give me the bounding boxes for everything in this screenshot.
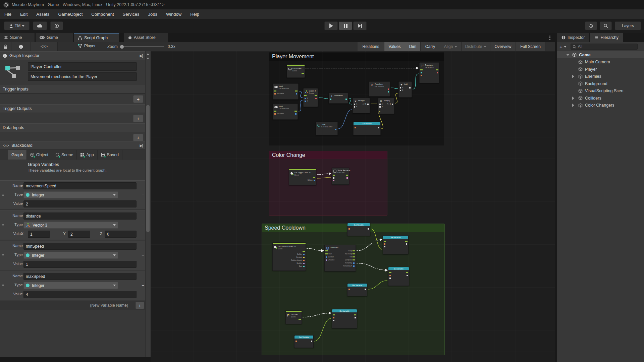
tab-script-graph[interactable]: Script Graph	[74, 33, 119, 42]
vector-x-input[interactable]: 1	[28, 231, 50, 238]
graph-node-get-variable[interactable]: Get Variable	[347, 283, 367, 296]
output-port[interactable]	[368, 228, 369, 230]
output-port[interactable]	[407, 275, 408, 276]
zoom-slider[interactable]	[121, 46, 164, 47]
input-port[interactable]	[333, 317, 334, 318]
graph-node-set-variable[interactable]: Set Variable	[383, 235, 409, 254]
menu-gameobject[interactable]: GameObject	[54, 9, 87, 19]
foldout-icon[interactable]	[572, 75, 574, 78]
hierarchy-item-main-camera[interactable]: Main Camera	[557, 59, 644, 66]
script-graph-canvas[interactable]: Player MovementColor ChangeSpeed Cooldow…	[151, 51, 555, 362]
variable-value-input[interactable]: 2	[23, 200, 137, 207]
scrollbar-thumb[interactable]	[146, 105, 150, 232]
graph-node-vector-3[interactable]: Vector 3CreateXY	[303, 88, 318, 107]
tab-saved[interactable]: Saved	[98, 150, 122, 160]
output-port[interactable]	[405, 241, 408, 242]
graph-node-on-update[interactable]: On UpdateEvent	[287, 64, 305, 78]
input-port[interactable]	[333, 175, 335, 176]
graph-node-on-trigger-enter-2d[interactable]: On Trigger Enter 2DEventCollider	[289, 169, 316, 185]
input-port[interactable]	[274, 93, 276, 95]
create-object-dropdown[interactable]: +	[559, 44, 567, 50]
graph-node-normalize[interactable]: 1Normalize	[329, 93, 348, 104]
output-port[interactable]	[302, 73, 304, 74]
graph-inspector-header[interactable]: Graph Inspector ▶]	[0, 51, 145, 60]
graph-toolbar-full-screen[interactable]: Full Screen	[516, 42, 545, 51]
output-port[interactable]	[355, 317, 356, 318]
menu-file[interactable]: File	[0, 9, 16, 19]
input-port[interactable]	[330, 99, 331, 100]
output-port[interactable]	[335, 129, 336, 130]
input-port[interactable]	[274, 113, 276, 115]
hierarchy-item-color-changers[interactable]: Color Changers	[557, 102, 644, 109]
graph-toolbar-distribute[interactable]: Distribute	[462, 42, 490, 51]
menu-assets[interactable]: Assets	[32, 9, 54, 19]
input-port[interactable]	[326, 259, 327, 261]
pause-button[interactable]	[339, 21, 352, 30]
hierarchy-item-visualscripting-scen[interactable]: VisualScripting Scen	[557, 87, 644, 95]
input-port[interactable]	[389, 275, 391, 276]
dock-icon[interactable]: ▶]	[140, 143, 142, 148]
input-port[interactable]	[333, 177, 334, 179]
graph-description-input[interactable]: Movement mechanics for the Player	[28, 72, 137, 81]
left-panel-scrollbar[interactable]	[145, 51, 150, 357]
vector-y-input[interactable]: 2	[68, 231, 90, 238]
input-port[interactable]	[384, 241, 386, 242]
graph-breadcrumb[interactable]: Player	[78, 44, 96, 48]
graph-toolbar-dim[interactable]: Dim	[405, 42, 421, 51]
search-button[interactable]	[600, 21, 612, 30]
graph-node-multiply[interactable]: ×MultiplyABA × B	[353, 98, 370, 113]
output-port[interactable]	[388, 91, 389, 93]
graph-node-time[interactable]: TimeGet Delta Time	[316, 122, 338, 135]
output-port[interactable]	[354, 314, 356, 315]
variable-type-dropdown[interactable]: Integer	[23, 282, 118, 289]
graph-node-get-variable[interactable]: Get Variable	[294, 335, 314, 348]
input-port[interactable]	[274, 90, 276, 92]
tab-scene[interactable]: Scene	[52, 150, 77, 160]
menu-edit[interactable]: Edit	[16, 9, 32, 19]
input-port[interactable]	[274, 111, 276, 112]
output-port[interactable]	[345, 99, 347, 100]
output-port[interactable]	[378, 127, 379, 128]
menu-component[interactable]: Component	[87, 9, 118, 19]
menu-services[interactable]: Services	[118, 9, 144, 19]
output-port[interactable]	[295, 90, 298, 92]
foldout-icon[interactable]	[572, 97, 574, 100]
graph-inspector-toggle[interactable]	[11, 42, 31, 51]
output-port[interactable]	[315, 98, 317, 99]
output-port[interactable]	[353, 250, 355, 251]
menu-window[interactable]: Window	[162, 9, 186, 19]
tab-game[interactable]: Game	[36, 33, 73, 42]
graph-toolbar-relations[interactable]: Relations	[358, 42, 384, 51]
graph-title-input[interactable]: Player Controller	[28, 62, 137, 71]
hierarchy-item-colliders[interactable]: Colliders	[557, 95, 644, 102]
output-port[interactable]	[303, 251, 305, 252]
graph-node-get-variable[interactable]: Get Variable	[353, 122, 381, 135]
output-port[interactable]	[303, 260, 305, 261]
input-port[interactable]	[305, 98, 306, 99]
graph-node-set-variable[interactable]: Set Variable	[388, 267, 409, 286]
output-port[interactable]	[353, 265, 355, 267]
graph-node-sprite-renderer[interactable]: Sprite RendererSet Color	[332, 168, 349, 185]
input-port[interactable]	[400, 87, 401, 88]
foldout-icon[interactable]	[566, 54, 570, 56]
input-port[interactable]	[420, 69, 423, 70]
input-port[interactable]	[384, 246, 385, 247]
add-trigger-input-button[interactable]: +	[133, 95, 143, 103]
input-port[interactable]	[296, 341, 297, 342]
graph-node-get-variable[interactable]: Get Variable	[347, 223, 370, 236]
input-port[interactable]	[379, 106, 381, 108]
output-port[interactable]	[303, 266, 305, 267]
output-port[interactable]	[346, 175, 348, 176]
input-port[interactable]	[348, 289, 350, 290]
vector-z-input[interactable]: 0	[105, 231, 137, 238]
foldout-icon[interactable]	[572, 104, 574, 107]
graph-node-transform[interactable]: TransformGet Position	[369, 81, 390, 97]
input-port[interactable]	[325, 250, 328, 251]
output-port[interactable]	[365, 289, 366, 290]
hierarchy-search-input[interactable]: All	[571, 44, 638, 50]
menu-help[interactable]: Help	[186, 9, 204, 19]
add-variable-button[interactable]: +	[136, 302, 144, 309]
input-port[interactable]	[354, 106, 355, 108]
add-trigger-output-button[interactable]: +	[133, 115, 143, 122]
undo-history-button[interactable]	[585, 21, 597, 30]
